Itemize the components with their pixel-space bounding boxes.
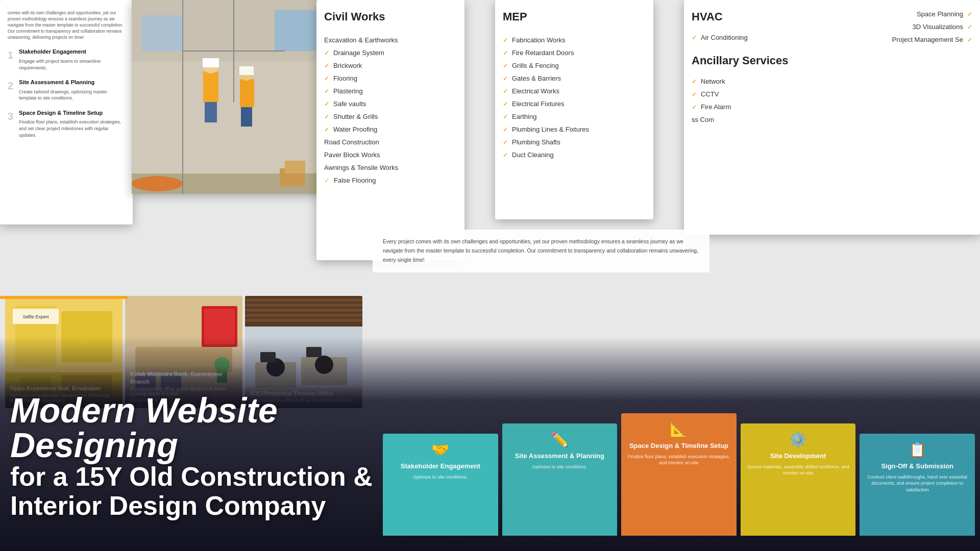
- methodology-text-overlay: Every project comes with its own challen…: [373, 230, 709, 272]
- headline-main: Modern Website Designing: [10, 393, 388, 462]
- svg-rect-14: [240, 79, 254, 107]
- space-planning-item: Space Planning ✓: [892, 8, 972, 20]
- accent-bar: [0, 296, 128, 299]
- civil-item-paver: Paver Block Works: [324, 148, 457, 161]
- civil-item-awnings: Awnings & Tensile Works: [324, 161, 457, 174]
- svg-rect-41: [245, 304, 362, 307]
- civil-item-road: Road Construction: [324, 136, 457, 148]
- process-site-dev-desc: Source materials, assemble skilled workf…: [746, 464, 851, 477]
- process-card-space-design: 📐 Space Design & Timeline Setup Finalize…: [621, 413, 737, 536]
- signoff-icon: 📋: [909, 441, 926, 458]
- ancillary-fire-alarm: ✓ Fire Alarm: [692, 101, 972, 113]
- civil-item-brickwork: ✓ Brickwork: [324, 59, 457, 72]
- svg-point-8: [132, 176, 183, 191]
- ancillary-network: ✓ Network: [692, 75, 972, 88]
- svg-rect-15: [241, 107, 247, 127]
- civil-item-waterproofing: ✓ Water Proofing: [324, 123, 457, 136]
- svg-rect-18: [239, 66, 254, 75]
- intro-text: comes with its own challenges and opport…: [8, 10, 125, 40]
- hvac-panel: Space Planning ✓ 3D Visualizations ✓ Pro…: [684, 0, 980, 235]
- process-space-design-title: Space Design & Timeline Setup: [629, 442, 728, 450]
- project-mgmt-item: Project Management Se ✓: [892, 33, 972, 46]
- mep-plumbing: ✓ Plumbing Lines & Fixtures: [503, 123, 646, 136]
- civil-item-safevaults: ✓ Safe vaults: [324, 97, 457, 110]
- space-planning-section: Space Planning ✓ 3D Visualizations ✓ Pro…: [892, 8, 972, 46]
- step-2: 2 Site Assessment & Planning Create tail…: [8, 78, 125, 102]
- svg-rect-2: [142, 15, 183, 51]
- civil-item-false-flooring: False Flooring: [324, 174, 457, 187]
- ancillary-ss-com: ss Com: [692, 113, 972, 126]
- ancillary-section: Ancillary Services ✓ Network ✓ CCTV ✓ Fi…: [692, 54, 972, 126]
- step1-title: Stakeholder Engagement: [19, 47, 125, 56]
- process-signoff-desc: Conduct client walkthroughs, hand over e…: [865, 474, 970, 493]
- step2-desc: Create tailored drawings, optimizing mas…: [19, 89, 125, 102]
- construction-photo-panel: [132, 0, 326, 194]
- mep-panel: MEP ✓ Fabrication Works ✓ Fire Retardant…: [495, 0, 653, 219]
- svg-rect-43: [245, 314, 362, 317]
- step3-desc: Finalize floor plans, establish executio…: [19, 119, 125, 138]
- civil-item-shutter: ✓ Shutter & Grills: [324, 110, 457, 123]
- civil-item-plastering: ✓ Plastering: [324, 85, 457, 97]
- process-card-signoff: 📋 Sign-Off & Submission Conduct client w…: [860, 434, 975, 536]
- stakeholder-icon: 🤝: [431, 441, 449, 458]
- svg-rect-44: [245, 319, 362, 322]
- mep-earthing: ✓ Earthing: [503, 110, 646, 123]
- svg-rect-16: [247, 107, 252, 127]
- civil-item-flooring: ✓ Flooring: [324, 72, 457, 85]
- civil-item-drainage: ✓ Drainage System: [324, 46, 457, 59]
- step1-desc: Engage with project teams to streamline …: [19, 58, 125, 71]
- svg-rect-11: [211, 102, 217, 122]
- process-stakeholder-desc: Optimize to site conditions.: [413, 474, 468, 481]
- assessment-icon: ✏️: [551, 431, 569, 448]
- mep-grills: ✓ Grills & Fencing: [503, 59, 646, 72]
- space-design-icon: 📐: [670, 421, 688, 438]
- ancillary-cctv: ✓ CCTV: [692, 88, 972, 101]
- methodology-para: Every project comes with its own challen…: [383, 237, 699, 265]
- civil-works-title: Civil Works: [324, 10, 457, 23]
- process-assessment-title: Site Assessment & Planning: [515, 452, 604, 461]
- svg-rect-42: [245, 309, 362, 312]
- mep-duct: ✓ Duct Cleaning: [503, 148, 646, 161]
- headline-sub: for a 15Y Old Construction & Interior De…: [10, 462, 388, 520]
- process-steps-row: 🤝 Stakeholder Engagement Optimize to sit…: [383, 413, 980, 536]
- process-card-stakeholder: 🤝 Stakeholder Engagement Optimize to sit…: [383, 434, 498, 536]
- civil-works-panel: Civil Works Excavation & Earthworks ✓ Dr…: [316, 0, 464, 260]
- process-card-assessment: ✏️ Site Assessment & Planning Optimize t…: [502, 423, 618, 536]
- step2-title: Site Assessment & Planning: [19, 78, 125, 87]
- step-1: 1 Stakeholder Engagement Engage with pro…: [8, 47, 125, 71]
- svg-rect-13: [203, 58, 219, 67]
- site-dev-icon: ⚙️: [789, 431, 807, 448]
- mep-electrical-fixtures: ✓ Electrical Fixtures: [503, 97, 646, 110]
- ancillary-title: Ancillary Services: [692, 54, 972, 67]
- svg-text:Selfie Expert: Selfie Expert: [22, 314, 49, 319]
- mep-fire-doors: ✓ Fire Retardant Doors: [503, 46, 646, 59]
- mep-fabrication: ✓ Fabrication Works: [503, 34, 646, 46]
- svg-rect-20: [285, 161, 305, 173]
- mep-title: MEP: [503, 10, 646, 23]
- process-card-site-dev: ⚙️ Site Development Source materials, as…: [741, 423, 856, 536]
- step3-title: Space Design & Timeline Setup: [19, 109, 125, 117]
- process-signoff-title: Sign-Off & Submission: [881, 462, 953, 471]
- step-3: 3 Space Design & Timeline Setup Finalize…: [8, 109, 125, 138]
- process-space-design-desc: Finalize floor plans, establish executio…: [626, 454, 731, 466]
- svg-rect-9: [203, 71, 218, 102]
- civil-item-excavation: Excavation & Earthworks: [324, 34, 457, 46]
- mep-electrical: ✓ Electrical Works: [503, 85, 646, 97]
- mep-gates: ✓ Gates & Barriers: [503, 72, 646, 85]
- process-assessment-desc: Optimize to site conditions.: [532, 464, 587, 470]
- 3d-viz-item: 3D Visualizations ✓: [892, 20, 972, 33]
- mep-plumbing-shafts: ✓ Plumbing Shafts: [503, 136, 646, 148]
- left-methodology-panel: comes with its own challenges and opport…: [0, 0, 133, 224]
- svg-rect-10: [205, 102, 211, 122]
- headline-container: Modern Website Designing for a 15Y Old C…: [10, 393, 388, 520]
- construction-svg: [132, 0, 326, 194]
- construction-photo: [132, 0, 326, 194]
- svg-rect-40: [245, 298, 362, 302]
- process-site-dev-title: Site Development: [770, 452, 826, 461]
- process-stakeholder-title: Stakeholder Engagement: [401, 462, 480, 471]
